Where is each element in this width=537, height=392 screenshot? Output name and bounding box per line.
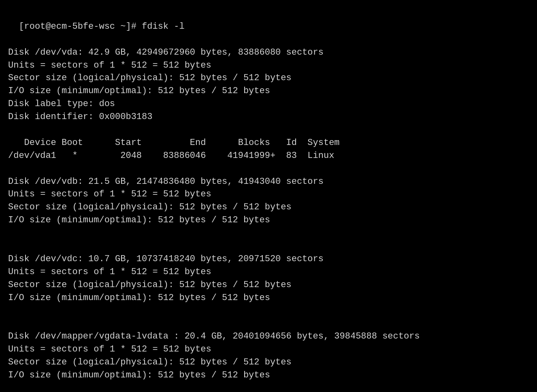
terminal-line — [8, 227, 529, 240]
terminal-line: Disk identifier: 0x000b3183 — [8, 111, 529, 124]
terminal-line: Units = sectors of 1 * 512 = 512 bytes — [8, 59, 529, 72]
terminal-line: Device Boot Start End Blocks Id System — [8, 136, 529, 149]
terminal-line: Units = sectors of 1 * 512 = 512 bytes — [8, 188, 529, 201]
terminal-line: Disk /dev/vdc: 10.7 GB, 10737418240 byte… — [8, 253, 529, 266]
terminal-line: Disk /dev/vda: 42.9 GB, 42949672960 byte… — [8, 46, 529, 59]
terminal-line: Sector size (logical/physical): 512 byte… — [8, 201, 529, 214]
terminal-line: Sector size (logical/physical): 512 byte… — [8, 356, 529, 369]
terminal-line: Units = sectors of 1 * 512 = 512 bytes — [8, 343, 529, 356]
terminal-line — [8, 304, 529, 317]
terminal-line: I/O size (minimum/optimal): 512 bytes / … — [8, 292, 529, 305]
terminal-line: I/O size (minimum/optimal): 512 bytes / … — [8, 85, 529, 98]
terminal-window: [root@ecm-5bfe-wsc ~]# fdisk -l — [8, 7, 529, 33]
terminal-line: Sector size (logical/physical): 512 byte… — [8, 279, 529, 292]
terminal-line — [8, 124, 529, 136]
terminal-line: Disk /dev/vdb: 21.5 GB, 21474836480 byte… — [8, 175, 529, 188]
terminal-line: /dev/vda1 * 2048 83886046 41941999+ 83 L… — [8, 149, 529, 162]
terminal-line: Disk /dev/mapper/vgdata-lvdata : 20.4 GB… — [8, 330, 529, 343]
terminal-output: Disk /dev/vda: 42.9 GB, 42949672960 byte… — [8, 33, 529, 382]
prompt-line: [root@ecm-5bfe-wsc ~]# fdisk -l — [19, 21, 184, 32]
terminal-line: Units = sectors of 1 * 512 = 512 bytes — [8, 266, 529, 279]
terminal-line — [8, 317, 529, 330]
terminal-line: Sector size (logical/physical): 512 byte… — [8, 72, 529, 85]
terminal-line: I/O size (minimum/optimal): 512 bytes / … — [8, 214, 529, 227]
terminal-line — [8, 162, 529, 175]
terminal-line — [8, 33, 529, 46]
terminal-line: Disk label type: dos — [8, 98, 529, 111]
terminal-line — [8, 240, 529, 253]
terminal-line: I/O size (minimum/optimal): 512 bytes / … — [8, 369, 529, 382]
